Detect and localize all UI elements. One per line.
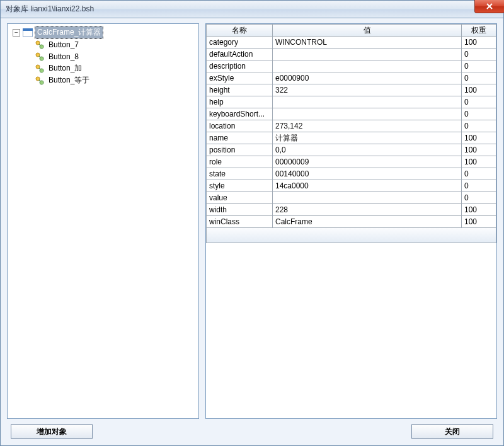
tree-child-label[interactable]: Button_加 [47,62,84,74]
prop-name-cell[interactable]: category [207,37,273,49]
table-row[interactable]: help0 [207,96,496,108]
prop-value-cell[interactable]: 322 [273,84,462,96]
prop-name-cell[interactable]: exStyle [207,72,273,84]
prop-name-cell[interactable]: height [207,84,273,96]
prop-weight-cell[interactable]: 0 [462,108,496,120]
prop-weight-cell[interactable]: 0 [462,72,496,84]
svg-line-9 [39,56,40,57]
table-row[interactable]: value0 [207,192,496,204]
properties-pane: 名称 值 权重 categoryWINCONTROL100defaultActi… [205,23,497,419]
object-icon [35,76,44,85]
table-row[interactable]: style14ca00000 [207,180,496,192]
tree-pane[interactable]: − CalcFrame_计算器 Button_7Button_8Button_加… [7,23,199,419]
prop-value-cell[interactable] [273,60,462,72]
object-tree: − CalcFrame_计算器 Button_7Button_8Button_加… [9,26,197,86]
table-row[interactable]: state001400000 [207,168,496,180]
prop-name-cell[interactable]: role [207,156,273,168]
prop-weight-cell[interactable]: 0 [462,49,496,60]
properties-table[interactable]: 名称 值 权重 categoryWINCONTROL100defaultActi… [206,24,496,228]
table-row[interactable]: categoryWINCONTROL100 [207,37,496,49]
prop-value-cell[interactable]: 228 [273,204,462,216]
prop-name-cell[interactable]: value [207,192,273,204]
prop-weight-cell[interactable]: 100 [462,37,496,49]
svg-line-15 [39,80,40,81]
prop-weight-cell[interactable]: 100 [462,204,496,216]
tree-child-row[interactable]: Button_加 [9,62,197,74]
prop-name-cell[interactable]: width [207,204,273,216]
object-library-window: 对象库 lianxi1\lianxi22.bsh − CalcFrame_计算 [0,0,504,446]
col-header-value[interactable]: 值 [273,25,462,37]
prop-weight-cell[interactable]: 0 [462,180,496,192]
prop-value-cell[interactable]: WINCONTROL [273,37,462,49]
col-header-name[interactable]: 名称 [207,25,273,37]
table-row[interactable]: exStylee00009000 [207,72,496,84]
prop-weight-cell[interactable]: 100 [462,216,496,228]
table-row[interactable]: height322100 [207,84,496,96]
add-object-button[interactable]: 增加对象 [11,424,93,439]
object-icon [35,64,44,73]
window-title: 对象库 lianxi1\lianxi22.bsh [6,4,94,14]
prop-weight-cell[interactable]: 0 [462,96,496,108]
col-header-weight[interactable]: 权重 [462,25,496,37]
tree-child-row[interactable]: Button_等于 [9,74,197,86]
table-row[interactable]: keyboardShort...0 [207,108,496,120]
prop-value-cell[interactable] [273,49,462,60]
tree-child-row[interactable]: Button_8 [9,50,197,62]
tree-child-row[interactable]: Button_7 [9,38,197,50]
prop-value-cell[interactable]: 00000009 [273,156,462,168]
table-header-row: 名称 值 权重 [207,25,496,37]
prop-value-cell[interactable]: 14ca0000 [273,180,462,192]
prop-value-cell[interactable]: e0000900 [273,72,462,84]
object-icon [35,52,44,61]
prop-weight-cell[interactable]: 0 [462,60,496,72]
prop-value-cell[interactable]: 00140000 [273,168,462,180]
prop-weight-cell[interactable]: 100 [462,156,496,168]
table-row[interactable]: winClassCalcFrame100 [207,216,496,228]
prop-name-cell[interactable]: location [207,120,273,132]
prop-weight-cell[interactable]: 0 [462,168,496,180]
close-dialog-button[interactable]: 关闭 [411,424,493,439]
prop-weight-cell[interactable]: 0 [462,192,496,204]
tree-child-label[interactable]: Button_8 [47,52,81,62]
client-area: − CalcFrame_计算器 Button_7Button_8Button_加… [1,18,503,445]
svg-rect-3 [23,28,33,31]
prop-name-cell[interactable]: winClass [207,216,273,228]
prop-value-cell[interactable]: CalcFrame [273,216,462,228]
table-row[interactable]: description0 [207,60,496,72]
prop-name-cell[interactable]: style [207,180,273,192]
prop-value-cell[interactable] [273,96,462,108]
tree-child-label[interactable]: Button_等于 [47,74,91,86]
prop-name-cell[interactable]: help [207,96,273,108]
table-row[interactable]: width228100 [207,204,496,216]
table-row[interactable]: name计算器100 [207,132,496,144]
close-button[interactable] [474,0,504,13]
prop-name-cell[interactable]: name [207,132,273,144]
svg-line-12 [39,68,40,69]
table-row[interactable]: location273,1420 [207,120,496,132]
prop-weight-cell[interactable]: 100 [462,144,496,156]
prop-weight-cell[interactable]: 100 [462,132,496,144]
prop-name-cell[interactable]: position [207,144,273,156]
table-row[interactable]: defaultAction0 [207,49,496,60]
tree-root-row[interactable]: − CalcFrame_计算器 [9,26,197,38]
tree-root-label[interactable]: CalcFrame_计算器 [35,26,103,38]
prop-name-cell[interactable]: keyboardShort... [207,108,273,120]
prop-name-cell[interactable]: description [207,60,273,72]
prop-value-cell[interactable] [273,192,462,204]
expand-collapse-icon[interactable]: − [13,29,20,37]
panes: − CalcFrame_计算器 Button_7Button_8Button_加… [7,23,497,419]
prop-name-cell[interactable]: defaultAction [207,49,273,60]
table-row[interactable]: role00000009100 [207,156,496,168]
svg-line-6 [39,44,40,45]
titlebar[interactable]: 对象库 lianxi1\lianxi22.bsh [1,1,503,18]
table-row[interactable]: position0,0100 [207,144,496,156]
prop-value-cell[interactable]: 273,142 [273,120,462,132]
prop-weight-cell[interactable]: 100 [462,84,496,96]
prop-value-cell[interactable] [273,108,462,120]
prop-name-cell[interactable]: state [207,168,273,180]
tree-child-label[interactable]: Button_7 [47,40,81,50]
prop-value-cell[interactable]: 计算器 [273,132,462,144]
window-icon [23,28,33,37]
prop-value-cell[interactable]: 0,0 [273,144,462,156]
prop-weight-cell[interactable]: 0 [462,120,496,132]
